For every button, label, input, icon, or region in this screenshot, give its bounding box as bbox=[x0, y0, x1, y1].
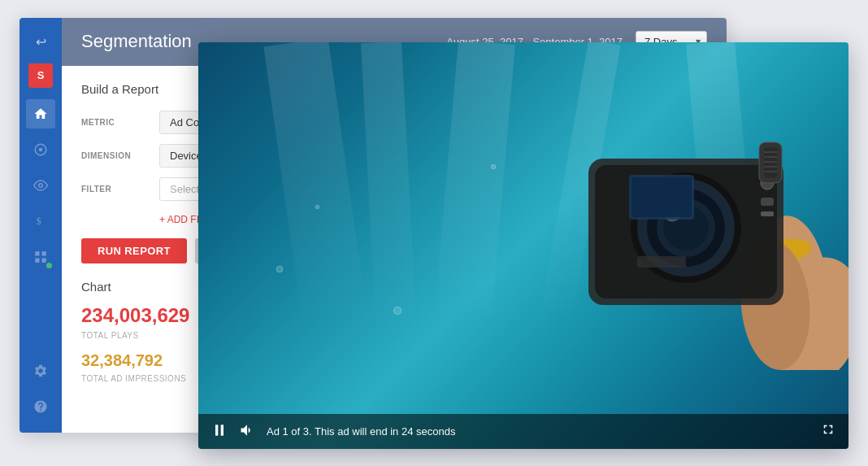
sidebar-item-settings[interactable] bbox=[26, 356, 55, 385]
controls-left: Ad 1 of 3. This ad will end in 24 second… bbox=[211, 422, 455, 441]
sidebar-item-back[interactable]: ↩ bbox=[26, 28, 55, 57]
sidebar-item-home[interactable] bbox=[26, 99, 55, 128]
svg-text:$: $ bbox=[37, 215, 41, 226]
svg-rect-7 bbox=[42, 258, 46, 262]
sidebar-item-analytics[interactable] bbox=[26, 135, 55, 164]
chart-stats: 234,003,629 TOTAL PLAYS 32,384,792 TOTAL… bbox=[81, 305, 189, 390]
run-report-button[interactable]: RUN REPORT bbox=[81, 238, 187, 263]
dimension-label: DIMENSION bbox=[81, 151, 146, 160]
sidebar-bottom bbox=[26, 355, 55, 433]
sidebar-item-visibility[interactable] bbox=[26, 171, 55, 200]
page-title: Segmentation bbox=[81, 31, 192, 52]
bubble-3 bbox=[393, 307, 401, 315]
underwater-scene bbox=[198, 42, 848, 449]
expand-button[interactable] bbox=[821, 422, 835, 440]
ad-info-text: Ad 1 of 3. This ad will end in 24 second… bbox=[267, 425, 455, 438]
svg-rect-21 bbox=[631, 177, 692, 217]
scene: ↩ S $ bbox=[20, 18, 848, 449]
notification-dot bbox=[46, 263, 52, 268]
bubble-2 bbox=[315, 205, 319, 209]
light-ray-2 bbox=[361, 42, 416, 328]
svg-point-2 bbox=[39, 183, 43, 187]
svg-rect-32 bbox=[637, 256, 686, 268]
svg-rect-33 bbox=[215, 425, 218, 435]
metric-label: METRIC bbox=[81, 118, 146, 127]
sidebar: ↩ S $ bbox=[20, 18, 62, 433]
total-plays-value: 234,003,629 bbox=[81, 305, 189, 326]
video-controls: Ad 1 of 3. This ad will end in 24 second… bbox=[198, 414, 848, 449]
video-background: Ad 1 of 3. This ad will end in 24 second… bbox=[198, 42, 848, 449]
video-panel: Ad 1 of 3. This ad will end in 24 second… bbox=[198, 42, 848, 449]
bubble-1 bbox=[276, 266, 283, 272]
svg-rect-5 bbox=[42, 251, 46, 255]
sidebar-avatar[interactable]: S bbox=[28, 63, 53, 88]
total-plays-label: TOTAL PLAYS bbox=[81, 331, 189, 340]
light-ray-1 bbox=[263, 42, 367, 329]
total-impressions-value: 32,384,792 bbox=[81, 351, 189, 369]
bubble-4 bbox=[491, 164, 496, 169]
svg-point-1 bbox=[39, 147, 43, 151]
filter-label: FILTER bbox=[81, 185, 146, 194]
svg-rect-23 bbox=[761, 198, 774, 206]
light-ray-3 bbox=[434, 42, 515, 329]
sidebar-item-billing[interactable]: $ bbox=[26, 207, 55, 236]
sidebar-item-help[interactable] bbox=[26, 392, 55, 421]
svg-rect-24 bbox=[761, 211, 774, 216]
volume-button[interactable] bbox=[239, 422, 255, 441]
total-impressions-label: TOTAL AD IMPRESSIONS bbox=[81, 374, 189, 383]
svg-rect-4 bbox=[35, 251, 39, 255]
svg-rect-6 bbox=[35, 258, 39, 262]
pause-button[interactable] bbox=[211, 422, 228, 441]
sidebar-item-reports[interactable] bbox=[26, 242, 55, 272]
svg-rect-34 bbox=[221, 425, 224, 435]
camera-housing bbox=[523, 94, 848, 370]
